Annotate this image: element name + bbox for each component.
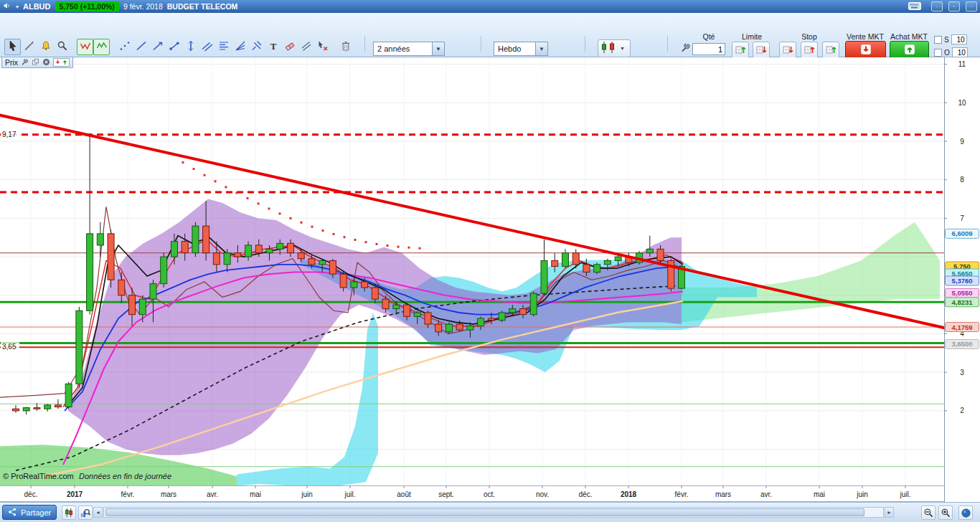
zoom-out-icon [923,508,934,518]
vertical-line-button[interactable] [182,39,199,55]
pattern-detection-bearish-button[interactable] [77,39,93,55]
month-label: juin [301,490,313,498]
segment-button[interactable] [166,39,182,55]
chevron-down-icon: ▼ [620,46,625,51]
o-value-input[interactable] [952,47,968,57]
pattern-detection-bullish-button[interactable] [93,39,110,55]
month-label: avr. [207,490,218,498]
alert-bell-button[interactable] [37,39,54,55]
trash-button[interactable] [337,39,354,55]
reset-view-button[interactable] [958,506,973,520]
indicator-value-badge: 4,8231 [951,298,973,306]
indicator-value-badge: 5,0550 [951,289,972,297]
chart-area: 9,173,65© ProRealTime.comDonnées en fin … [0,57,980,502]
segment-icon [169,40,180,54]
eraser-button[interactable] [281,39,298,55]
chart-search-button[interactable] [78,506,93,520]
order-settings-button[interactable] [677,39,693,57]
period-select-value: 2 années [377,44,410,53]
delete-drawing-button[interactable] [314,39,331,55]
month-label: août [397,490,411,498]
pitchfork-icon [251,40,263,54]
scrollbar-thumb[interactable] [105,508,864,516]
s-checkbox[interactable] [934,36,942,44]
price-tick-label: 7 [960,214,964,222]
month-label: 2018 [621,490,637,498]
data-note-text: Données en fin de journée [79,472,171,480]
o-label: O [944,49,950,57]
select-cursor-button[interactable] [4,39,21,55]
close-panel-icon[interactable] [42,58,50,67]
month-label: déc. [579,490,593,498]
bottom-toolbar: Partager ◄ ► [0,502,980,522]
indicator-value-badge: 5,3760 [951,277,972,285]
timeframe-select[interactable]: Hebdo ▼ [494,42,548,56]
symbol-dropdown-caret-icon[interactable]: ▾ [16,4,19,10]
s-value-input[interactable] [951,34,967,44]
zoom-button[interactable] [54,39,70,55]
sell-down-arrow-icon[interactable] [55,58,61,67]
order-grid-oco-icon [825,44,837,57]
ray-icon [152,40,164,54]
duplicate-panel-icon[interactable] [32,58,39,67]
mini-candles-button[interactable] [62,506,76,520]
fibonacci-retracement-button[interactable] [215,39,232,55]
parallel-lines-button[interactable] [298,39,314,55]
stop-row: S [934,34,967,44]
fan-lines-button[interactable] [232,39,248,55]
select-cursor-icon [7,40,19,54]
share-icon [8,507,17,518]
quick-order-chip [53,58,70,67]
sell-arrow-icon [859,43,872,58]
price-tab-label: Prix [5,58,18,67]
buy-up-arrow-icon[interactable] [62,58,68,67]
channel-button[interactable] [199,39,215,55]
text-icon: T [268,40,279,54]
symbol-label[interactable]: ALBUD [23,2,51,11]
s-label: S [944,36,949,44]
minimize-button[interactable] [931,1,943,11]
zoom-out-button[interactable] [921,506,936,520]
wrench-icon [680,42,691,55]
price-panel-tab[interactable]: Prix [1,57,73,68]
pitchfork-button[interactable] [248,39,265,55]
chart-type-button[interactable]: ▼ [598,39,631,57]
toolbar-separator [585,36,585,52]
ruler-button[interactable] [21,39,37,55]
dotted-segment-button[interactable] [116,39,133,55]
qty-input[interactable] [692,43,725,55]
vertical-line-icon [185,40,197,54]
maximize-button[interactable] [948,1,960,11]
trendline-icon [136,40,147,54]
trendline-button[interactable] [133,39,149,55]
wrench-icon[interactable] [21,58,29,67]
alert-bell-icon [40,40,52,54]
scroll-right-button[interactable]: ► [885,507,894,518]
month-label: juil. [344,490,355,498]
close-button[interactable] [966,1,977,11]
delete-drawing-icon [317,40,329,54]
share-button[interactable]: Partager [2,505,57,520]
text-button[interactable]: T [265,39,281,55]
drawing-tools-group: T [4,39,354,55]
fan-lines-icon [235,40,246,54]
o-checkbox[interactable] [934,49,942,57]
sell-mkt-label: Vente MKT [844,32,887,41]
horizontal-scrollbar[interactable] [103,507,884,518]
ruler-icon [24,40,35,54]
indicator-value-badge: 4,1759 [951,323,972,331]
zoom-in-button[interactable] [938,506,953,520]
reset-view-icon [961,508,971,518]
price-tick-label: 9 [960,138,964,146]
level-label: 9,17 [2,130,17,138]
period-select[interactable]: 2 années ▼ [373,42,445,56]
timeframe-select-value: Hebdo [498,44,521,53]
ray-button[interactable] [149,39,166,55]
svg-text:T: T [270,41,276,52]
scroll-left-button[interactable]: ◄ [93,507,103,518]
main-chart[interactable]: 9,173,65© ProRealTime.comDonnées en fin … [0,57,980,502]
eraser-icon [284,40,296,54]
keyboard-icon[interactable] [908,1,921,12]
price-tick-label: 2 [960,407,964,414]
quote-date: 9 févr. 2018 [123,2,163,11]
